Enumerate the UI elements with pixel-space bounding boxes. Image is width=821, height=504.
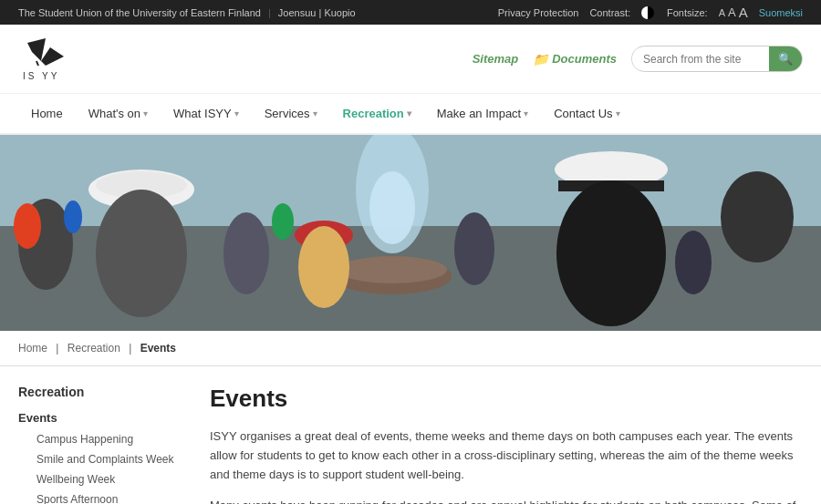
org-name: The Student Union of the University of E… xyxy=(18,7,261,18)
svg-text:IS YY: IS YY xyxy=(23,71,59,81)
svg-marker-1 xyxy=(41,47,64,66)
content-area: Recreation Events Campus Happening Smile… xyxy=(0,366,821,504)
chevron-down-icon: ▾ xyxy=(407,108,411,118)
nav-item-makeimpact[interactable]: Make an Impact ▾ xyxy=(424,94,542,133)
chevron-down-icon: ▾ xyxy=(616,108,620,118)
page-title: Events xyxy=(210,385,803,413)
top-bar-right: Privacy Protection Contrast: Fontsize: A… xyxy=(498,5,803,20)
breadcrumb-separator: | xyxy=(56,342,58,355)
search-button[interactable]: 🔍 xyxy=(769,46,802,71)
header-links: Sitemap 📁 Documents 🔍 xyxy=(473,46,803,72)
documents-link[interactable]: 📁 Documents xyxy=(533,52,617,67)
privacy-link[interactable]: Privacy Protection xyxy=(498,7,579,18)
svg-point-9 xyxy=(338,256,447,283)
svg-point-18 xyxy=(721,171,794,262)
breadcrumb: Home | Recreation | Events xyxy=(0,331,821,366)
breadcrumb-current: Events xyxy=(140,342,176,355)
isyy-logo-icon: IS YY xyxy=(18,34,73,84)
svg-point-20 xyxy=(223,212,269,294)
nav-item-services[interactable]: Services ▾ xyxy=(252,94,330,133)
svg-point-24 xyxy=(272,203,294,240)
fontsize-label: Fontsize: xyxy=(667,7,708,18)
search-input[interactable] xyxy=(632,48,769,70)
chevron-down-icon: ▾ xyxy=(143,108,148,118)
svg-point-17 xyxy=(556,180,666,326)
nav-item-contactus[interactable]: Contact Us ▾ xyxy=(541,94,632,133)
sitemap-link[interactable]: Sitemap xyxy=(473,52,519,66)
sidebar-item-wellbeing[interactable]: Wellbeing Week xyxy=(18,469,182,489)
sidebar-item-events[interactable]: Events xyxy=(18,406,182,429)
fontsize-controls: A A A xyxy=(719,5,748,20)
svg-point-7 xyxy=(369,171,415,244)
breadcrumb-recreation[interactable]: Recreation xyxy=(68,342,120,355)
nav-item-whatson[interactable]: What's on ▾ xyxy=(76,94,161,133)
locations: Joensuu | Kuopio xyxy=(278,7,356,18)
hero-image xyxy=(0,135,821,331)
search-box: 🔍 xyxy=(631,46,803,72)
content-para-2: Many events have been running for decade… xyxy=(210,497,803,504)
logo-area: IS YY xyxy=(18,34,73,84)
svg-point-21 xyxy=(454,212,494,285)
sidebar-item-campus-happening[interactable]: Campus Happening xyxy=(18,429,182,449)
top-bar: The Student Union of the University of E… xyxy=(0,0,821,25)
header: IS YY Sitemap 📁 Documents 🔍 xyxy=(0,25,821,94)
svg-point-23 xyxy=(14,203,41,249)
svg-point-22 xyxy=(675,231,712,294)
svg-point-12 xyxy=(96,190,187,317)
nav-item-recreation[interactable]: Recreation ▾ xyxy=(330,94,424,133)
fontsize-med[interactable]: A xyxy=(728,5,736,19)
suomeksi-link[interactable]: Suomeksi xyxy=(759,7,803,18)
main-nav: Home What's on ▾ What ISYY ▾ Services ▾ … xyxy=(0,94,821,135)
svg-marker-0 xyxy=(27,38,46,61)
sidebar-item-smile-complaints[interactable]: Smile and Complaints Week xyxy=(18,449,182,469)
fontsize-large[interactable]: A xyxy=(739,5,748,20)
contrast-label: Contrast: xyxy=(589,7,630,18)
chevron-down-icon: ▾ xyxy=(524,108,528,118)
sidebar: Recreation Events Campus Happening Smile… xyxy=(18,385,182,504)
breadcrumb-separator2: | xyxy=(129,342,131,355)
chevron-down-icon: ▾ xyxy=(234,108,239,118)
folder-icon: 📁 xyxy=(533,52,548,67)
fontsize-small[interactable]: A xyxy=(719,7,725,18)
top-bar-left: The Student Union of the University of E… xyxy=(18,7,356,18)
breadcrumb-home[interactable]: Home xyxy=(18,342,47,355)
nav-item-whatisyy[interactable]: What ISYY ▾ xyxy=(161,94,252,133)
contrast-icon[interactable] xyxy=(641,6,654,19)
main-content: Events ISYY organises a great deal of ev… xyxy=(210,385,803,504)
hero-svg xyxy=(0,135,821,331)
sidebar-item-sports[interactable]: Sports Afternoon xyxy=(18,489,182,504)
sidebar-title: Recreation xyxy=(18,385,182,399)
svg-point-25 xyxy=(64,201,82,233)
svg-line-2 xyxy=(36,61,38,66)
svg-point-14 xyxy=(298,226,349,308)
hero-background xyxy=(0,135,821,331)
chevron-down-icon: ▾ xyxy=(313,108,317,118)
content-para-1: ISYY organises a great deal of events, t… xyxy=(210,427,803,484)
nav-item-home[interactable]: Home xyxy=(18,94,76,133)
